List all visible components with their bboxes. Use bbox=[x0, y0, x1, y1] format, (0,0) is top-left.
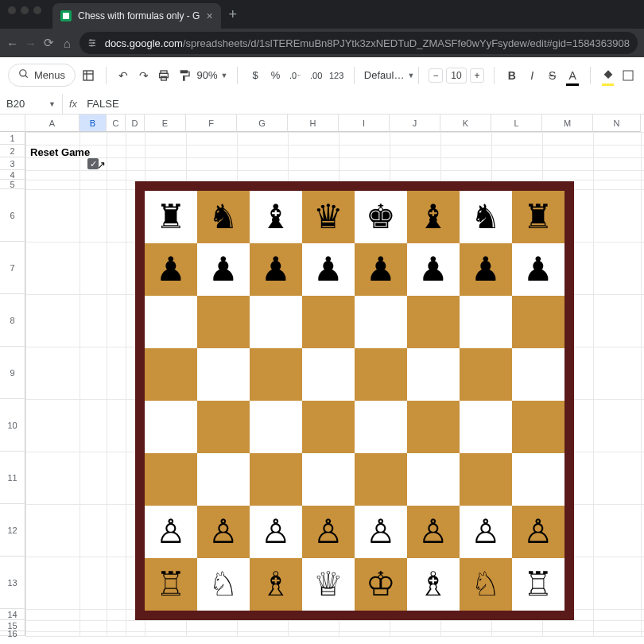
new-tab-button[interactable]: + bbox=[221, 6, 246, 23]
chess-square[interactable]: ♙ bbox=[512, 506, 564, 558]
column-header[interactable]: E bbox=[145, 114, 186, 132]
row-header[interactable]: 4 bbox=[0, 170, 25, 180]
window-close-dot[interactable] bbox=[8, 6, 16, 14]
chess-square[interactable] bbox=[250, 401, 302, 453]
chess-square[interactable]: ♞ bbox=[460, 191, 512, 243]
increase-decimal-icon[interactable]: .00 bbox=[308, 67, 324, 84]
chess-square[interactable]: ♟ bbox=[302, 243, 355, 296]
column-header[interactable]: A bbox=[25, 114, 80, 132]
more-formats-icon[interactable]: 123 bbox=[328, 67, 344, 84]
font-select[interactable]: Defaul… ▼ bbox=[364, 69, 409, 81]
chess-square[interactable]: ♖ bbox=[145, 558, 197, 611]
chess-square[interactable]: ♙ bbox=[197, 506, 250, 558]
print-icon[interactable] bbox=[156, 67, 172, 84]
row-header[interactable]: 2 bbox=[0, 145, 25, 157]
url-input[interactable]: docs.google.com/spreadsheets/d/1slTEREmu… bbox=[80, 32, 638, 54]
chess-square[interactable]: ♟ bbox=[197, 243, 250, 296]
row-header[interactable]: 8 bbox=[0, 294, 25, 347]
column-header[interactable]: M bbox=[542, 114, 593, 132]
chess-square[interactable]: ♗ bbox=[407, 558, 460, 611]
column-header[interactable]: F bbox=[186, 114, 237, 132]
chess-square[interactable]: ♟ bbox=[460, 243, 512, 296]
chess-square[interactable] bbox=[355, 348, 407, 401]
chess-square[interactable]: ♟ bbox=[512, 243, 564, 296]
chess-square[interactable]: ♙ bbox=[460, 506, 512, 558]
chess-square[interactable]: ♟ bbox=[250, 243, 302, 296]
site-settings-icon[interactable] bbox=[87, 37, 99, 48]
back-icon[interactable]: ← bbox=[6, 37, 18, 50]
chess-square[interactable] bbox=[302, 401, 355, 453]
chess-square[interactable]: ♚ bbox=[355, 191, 407, 243]
italic-button[interactable]: I bbox=[524, 67, 540, 84]
column-header[interactable]: I bbox=[339, 114, 390, 132]
table-view-icon[interactable] bbox=[80, 67, 96, 84]
undo-icon[interactable]: ↶ bbox=[115, 67, 131, 84]
column-header[interactable]: H bbox=[288, 114, 339, 132]
row-header[interactable]: 11 bbox=[0, 452, 25, 504]
row-header[interactable]: 1 bbox=[0, 132, 25, 145]
chess-square[interactable]: ♙ bbox=[302, 506, 355, 558]
chess-square[interactable] bbox=[145, 348, 197, 401]
chess-square[interactable] bbox=[512, 401, 564, 453]
chess-square[interactable] bbox=[145, 401, 197, 453]
chess-square[interactable] bbox=[250, 296, 302, 348]
reload-icon[interactable]: ⟳ bbox=[43, 36, 55, 50]
chess-square[interactable] bbox=[512, 453, 564, 506]
chess-square[interactable] bbox=[512, 348, 564, 401]
font-size-input[interactable]: 10 bbox=[446, 68, 467, 83]
chess-square[interactable]: ♟ bbox=[355, 243, 407, 296]
chess-square[interactable] bbox=[355, 296, 407, 348]
fill-color-button[interactable] bbox=[600, 67, 616, 84]
bold-button[interactable]: B bbox=[504, 67, 520, 84]
chess-square[interactable]: ♙ bbox=[407, 506, 460, 558]
strike-button[interactable]: S bbox=[545, 67, 561, 84]
chess-square[interactable]: ♜ bbox=[145, 191, 197, 243]
chess-square[interactable] bbox=[197, 453, 250, 506]
row-header[interactable]: 9 bbox=[0, 347, 25, 399]
zoom-select[interactable]: 90% ▼ bbox=[197, 69, 228, 81]
forward-icon[interactable]: → bbox=[25, 37, 37, 50]
chess-square[interactable] bbox=[250, 348, 302, 401]
row-header[interactable]: 14 bbox=[0, 609, 25, 620]
chess-square[interactable] bbox=[407, 453, 460, 506]
chess-square[interactable]: ♘ bbox=[460, 558, 512, 611]
chess-square[interactable]: ♙ bbox=[355, 506, 407, 558]
chess-square[interactable] bbox=[197, 348, 250, 401]
row-header[interactable]: 5 bbox=[0, 180, 25, 189]
chess-square[interactable]: ♝ bbox=[407, 191, 460, 243]
chess-square[interactable] bbox=[197, 296, 250, 348]
row-header[interactable]: 16 bbox=[0, 631, 25, 636]
decrease-decimal-icon[interactable]: .0← bbox=[288, 67, 304, 84]
row-header[interactable]: 6 bbox=[0, 189, 25, 242]
window-max-dot[interactable] bbox=[33, 6, 41, 14]
chess-square[interactable] bbox=[460, 296, 512, 348]
chess-square[interactable] bbox=[460, 401, 512, 453]
row-header[interactable]: 7 bbox=[0, 242, 25, 294]
chess-square[interactable] bbox=[512, 296, 564, 348]
chess-square[interactable]: ♞ bbox=[197, 191, 250, 243]
chess-square[interactable] bbox=[250, 453, 302, 506]
increase-font-button[interactable]: + bbox=[470, 68, 484, 83]
chess-square[interactable]: ♛ bbox=[302, 191, 355, 243]
column-header[interactable]: N bbox=[593, 114, 641, 132]
column-header[interactable]: J bbox=[390, 114, 440, 132]
row-header[interactable]: 3 bbox=[0, 157, 25, 170]
select-all-corner[interactable] bbox=[0, 114, 25, 132]
chess-square[interactable]: ♙ bbox=[250, 506, 302, 558]
chess-square[interactable] bbox=[197, 401, 250, 453]
borders-button[interactable] bbox=[620, 67, 636, 84]
chess-square[interactable] bbox=[302, 453, 355, 506]
row-header[interactable]: 12 bbox=[0, 504, 25, 557]
chess-square[interactable]: ♕ bbox=[302, 558, 355, 611]
chess-square[interactable]: ♘ bbox=[197, 558, 250, 611]
chess-square[interactable] bbox=[145, 296, 197, 348]
chess-square[interactable] bbox=[355, 401, 407, 453]
name-box[interactable]: B20 ▼ bbox=[0, 98, 62, 110]
browser-tab[interactable]: Chess with formulas only - G × bbox=[52, 3, 221, 29]
column-header[interactable]: L bbox=[491, 114, 542, 132]
chess-square[interactable] bbox=[460, 348, 512, 401]
chess-square[interactable] bbox=[407, 296, 460, 348]
chess-square[interactable] bbox=[407, 348, 460, 401]
column-header[interactable]: K bbox=[440, 114, 491, 132]
home-icon[interactable]: ⌂ bbox=[61, 37, 73, 50]
